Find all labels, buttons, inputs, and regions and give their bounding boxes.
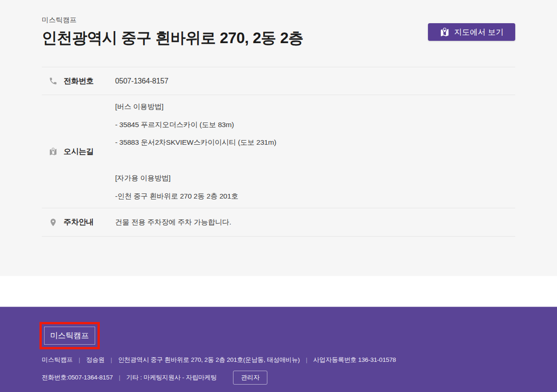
admin-button[interactable]: 관리자 bbox=[233, 371, 268, 385]
separator: | bbox=[110, 357, 112, 363]
spacer bbox=[0, 276, 557, 307]
footer-business-number: 사업자등록번호 136-31-01578 bbox=[313, 356, 396, 364]
separator: | bbox=[306, 357, 307, 363]
info-row-parking: 주차안내 건물 전용 주차장에 주차 가능합니다. bbox=[42, 208, 515, 237]
phone-icon bbox=[49, 77, 58, 85]
footer-company: 미스틱캠프 bbox=[42, 356, 73, 364]
directions-line: - 35845 푸르지오더스카이 (도보 83m) bbox=[115, 116, 515, 134]
footer-logo[interactable]: 미스틱캠프 bbox=[44, 327, 95, 345]
directions-line: [자가용 이용방법] bbox=[115, 169, 515, 187]
footer-etc: 기타 : 마케팅지원사 - 자립마케팅 bbox=[126, 373, 217, 382]
directions-map-icon bbox=[49, 147, 58, 156]
map-pin-icon bbox=[440, 27, 450, 37]
location-pin-icon bbox=[49, 218, 58, 227]
footer-phone: 전화번호:0507-1364-8157 bbox=[42, 373, 113, 382]
footer-info-line-2: 전화번호:0507-1364-8157 | 기타 : 마케팅지원사 - 자립마케… bbox=[42, 371, 515, 385]
footer: 미스틱캠프 미스틱캠프 | 정승원 | 인천광역시 중구 흰바위로 270, 2… bbox=[0, 307, 557, 392]
parking-label: 주차안내 bbox=[64, 217, 94, 227]
section-header: 미스틱캠프 인천광역시 중구 흰바위로 270, 2동 2층 지도에서 보기 bbox=[42, 0, 515, 49]
footer-address: 인천광역시 중구 흰바위로 270, 2동 2층 201호(운남동, 태성애비뉴… bbox=[118, 356, 300, 364]
directions-line bbox=[115, 152, 515, 170]
directions-line: -인천 중구 흰바위로 270 2동 2층 201호 bbox=[115, 187, 515, 206]
info-table: 전화번호 0507-1364-8157 오시는길 bbox=[42, 67, 515, 237]
phone-value: 0507-1364-8157 bbox=[115, 77, 515, 85]
view-on-map-button[interactable]: 지도에서 보기 bbox=[428, 23, 515, 41]
separator: | bbox=[119, 374, 120, 381]
info-row-phone: 전화번호 0507-1364-8157 bbox=[42, 67, 515, 95]
info-row-directions: 오시는길 [버스 이용방법] - 35845 푸르지오더스카이 (도보 83m)… bbox=[42, 95, 515, 208]
directions-label: 오시는길 bbox=[64, 147, 94, 157]
phone-label: 전화번호 bbox=[64, 76, 94, 86]
location-section: 미스틱캠프 인천광역시 중구 흰바위로 270, 2동 2층 지도에서 보기 bbox=[0, 0, 557, 276]
highlight-annotation-box: 미스틱캠프 bbox=[39, 322, 100, 349]
separator: | bbox=[79, 357, 80, 363]
directions-line: - 35883 운서2차SKVIEW스카이이시티 (도보 231m) bbox=[115, 134, 515, 152]
footer-owner: 정승원 bbox=[86, 356, 104, 364]
view-on-map-label: 지도에서 보기 bbox=[454, 27, 504, 38]
parking-value: 건물 전용 주차장에 주차 가능합니다. bbox=[115, 218, 515, 227]
directions-line: [버스 이용방법] bbox=[115, 98, 515, 116]
footer-info-line-1: 미스틱캠프 | 정승원 | 인천광역시 중구 흰바위로 270, 2동 2층 2… bbox=[42, 356, 515, 364]
